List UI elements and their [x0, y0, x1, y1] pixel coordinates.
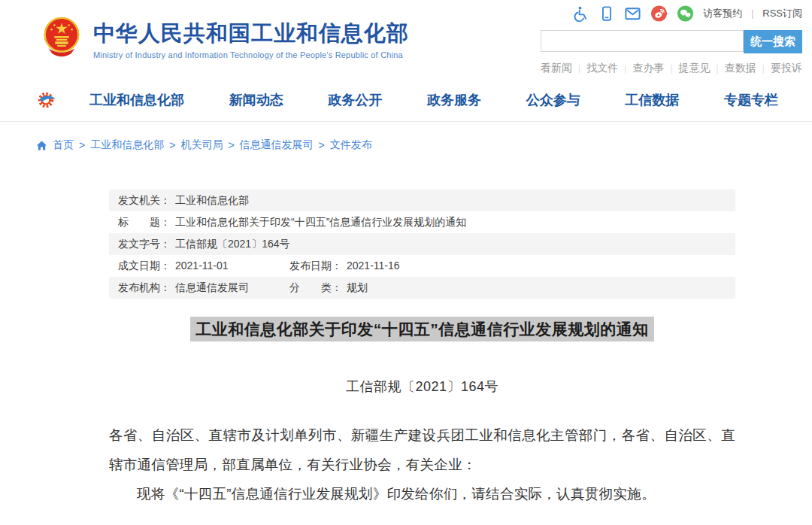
quick-link-separator: | [717, 63, 719, 74]
meta-value: 信息通信发展司 [175, 281, 249, 295]
quick-link-complaints[interactable]: 要投诉 [771, 62, 802, 75]
meta-row-publisher-category: 发布机构： 信息通信发展司 分 类： 规划 [109, 277, 735, 299]
meta-row-title: 标 题： 工业和信息化部关于印发“十四五”信息通信行业发展规划的通知 [109, 211, 735, 233]
meta-cell: 发文字号： 工信部规〔2021〕164号 [118, 238, 290, 251]
doc-paragraph: 各省、自治区、直辖市及计划单列市、新疆生产建设兵团工业和信息化主管部门，各省、自… [109, 420, 735, 479]
meta-cell: 发文机关： 工业和信息化部 [118, 194, 249, 208]
site-header: 中华人民共和国工业和信息化部 Ministry of Industry and … [0, 0, 812, 79]
quick-link-suggestions[interactable]: 提意见 [679, 62, 710, 75]
nav-item-gov-disclosure[interactable]: 政务公开 [328, 91, 382, 109]
rss-link[interactable]: RSS订阅 [762, 7, 802, 20]
search-bar: 统一搜索 [541, 30, 802, 53]
nav-item-news[interactable]: 新闻动态 [229, 91, 283, 109]
meta-cell: 发布日期： 2021-11-16 [289, 259, 400, 273]
meta-label: 发布机构： [118, 281, 171, 295]
site-title: 中华人民共和国工业和信息化部 [93, 21, 409, 46]
home-icon [36, 140, 47, 151]
meta-value: 工信部规〔2021〕164号 [175, 238, 290, 251]
doc-title: 工业和信息化部关于印发“十四五”信息通信行业发展规划的通知 [109, 319, 735, 340]
brand-text: 中华人民共和国工业和信息化部 Ministry of Industry and … [93, 14, 409, 59]
meta-cell: 标 题： 工业和信息化部关于印发“十四五”信息通信行业发展规划的通知 [118, 216, 466, 229]
breadcrumb-ict-development[interactable]: 信息通信发展司 [240, 138, 314, 152]
breadcrumb-home[interactable]: 首页 [53, 138, 74, 152]
meta-label: 标 题： [118, 216, 171, 229]
site-brand[interactable]: 中华人民共和国工业和信息化部 Ministry of Industry and … [40, 14, 409, 62]
quick-link-separator: | [624, 63, 626, 74]
quick-link-separator: | [578, 63, 580, 74]
quick-link-separator: | [670, 63, 672, 74]
nav-item-miit[interactable]: 工业和信息化部 [89, 91, 184, 109]
breadcrumb-separator: > [228, 139, 234, 151]
meta-label: 成文日期： [118, 259, 171, 273]
quick-link-news[interactable]: 看新闻 [541, 62, 572, 75]
meta-value: 工业和信息化部 [175, 194, 249, 208]
quick-links: 看新闻 | 找文件 | 查办事 | 提意见 | 查数据 | 要投诉 [541, 62, 802, 75]
breadcrumb-separator: > [319, 139, 325, 151]
page: 中华人民共和国工业和信息化部 Ministry of Industry and … [0, 0, 812, 508]
meta-value: 规划 [347, 281, 368, 295]
breadcrumb-separator: > [169, 139, 175, 151]
weibo-icon[interactable] [650, 5, 668, 23]
doc-title-highlight: 工业和信息化部关于印发“十四五”信息通信行业发展规划的通知 [190, 317, 654, 341]
breadcrumb-document-release[interactable]: 文件发布 [330, 138, 372, 152]
meta-label: 发文字号： [118, 238, 171, 251]
miit-logo-icon[interactable] [36, 90, 57, 111]
quick-link-files[interactable]: 找文件 [586, 62, 618, 75]
meta-row-dates: 成文日期： 2021-11-01 发布日期： 2021-11-16 [109, 255, 735, 277]
meta-label: 分 类： [289, 281, 342, 295]
mail-icon[interactable] [624, 5, 641, 23]
meta-row-issuing-org: 发文机关： 工业和信息化部 [109, 190, 735, 211]
nav-item-special-topics[interactable]: 专题专栏 [724, 91, 778, 109]
doc-body: 各省、自治区、直辖市及计划单列市、新疆生产建设兵团工业和信息化主管部门，各省、自… [109, 420, 735, 508]
meta-cell: 发布机构： 信息通信发展司 [118, 281, 289, 295]
meta-cell: 成文日期： 2021-11-01 [118, 259, 289, 273]
nav-item-gov-services[interactable]: 政务服务 [427, 91, 481, 109]
nav-item-public-participation[interactable]: 公众参与 [526, 91, 580, 109]
meta-value: 工业和信息化部关于印发“十四五”信息通信行业发展规划的通知 [175, 216, 466, 229]
breadcrumb-separator: > [79, 139, 85, 151]
wechat-icon[interactable] [677, 5, 694, 23]
meta-value: 2021-11-01 [175, 259, 229, 273]
header-right: 访客预约 | RSS订阅 统一搜索 看新闻 | 找文件 | 查办事 | 提意见 … [541, 5, 802, 75]
meta-value: 2021-11-16 [347, 259, 400, 273]
main-nav: 工业和信息化部 新闻动态 政务公开 政务服务 公众参与 工信数据 专题专栏 [0, 79, 812, 122]
meta-cell: 分 类： 规划 [289, 281, 368, 295]
doc-number: 工信部规〔2021〕164号 [109, 378, 735, 396]
nav-item-miit-data[interactable]: 工信数据 [625, 91, 679, 109]
national-emblem-icon [40, 14, 83, 62]
quick-link-separator: | [762, 63, 765, 74]
doc-paragraph: 现将《“十四五”信息通信行业发展规划》印发给你们，请结合实际，认真贯彻实施。 [109, 479, 735, 508]
topbar-separator: | [751, 8, 753, 19]
meta-label: 发文机关： [118, 194, 171, 208]
accessibility-icon[interactable] [571, 5, 589, 23]
unified-search-button[interactable]: 统一搜索 [744, 30, 802, 53]
meta-row-doc-number: 发文字号： 工信部规〔2021〕164号 [109, 233, 735, 255]
document-content: 发文机关： 工业和信息化部 标 题： 工业和信息化部关于印发“十四五”信息通信行… [109, 190, 735, 508]
doc-meta-table: 发文机关： 工业和信息化部 标 题： 工业和信息化部关于印发“十四五”信息通信行… [109, 190, 735, 299]
breadcrumb-departments[interactable]: 机关司局 [180, 138, 223, 152]
top-links: 访客预约 | RSS订阅 [541, 5, 802, 23]
meta-label: 发布日期： [289, 259, 342, 273]
mobile-icon[interactable] [598, 5, 615, 23]
breadcrumb-miit[interactable]: 工业和信息化部 [90, 138, 164, 152]
breadcrumb: 首页 > 工业和信息化部 > 机关司局 > 信息通信发展司 > 文件发布 [0, 122, 812, 152]
nav-items: 工业和信息化部 新闻动态 政务公开 政务服务 公众参与 工信数据 专题专栏 [89, 91, 778, 109]
quick-link-data[interactable]: 查数据 [725, 62, 756, 75]
visitor-appointment-link[interactable]: 访客预约 [703, 7, 742, 20]
quick-link-services[interactable]: 查办事 [632, 62, 664, 75]
site-subtitle: Ministry of Industry and Information Tec… [93, 50, 409, 59]
search-input[interactable] [541, 30, 744, 52]
